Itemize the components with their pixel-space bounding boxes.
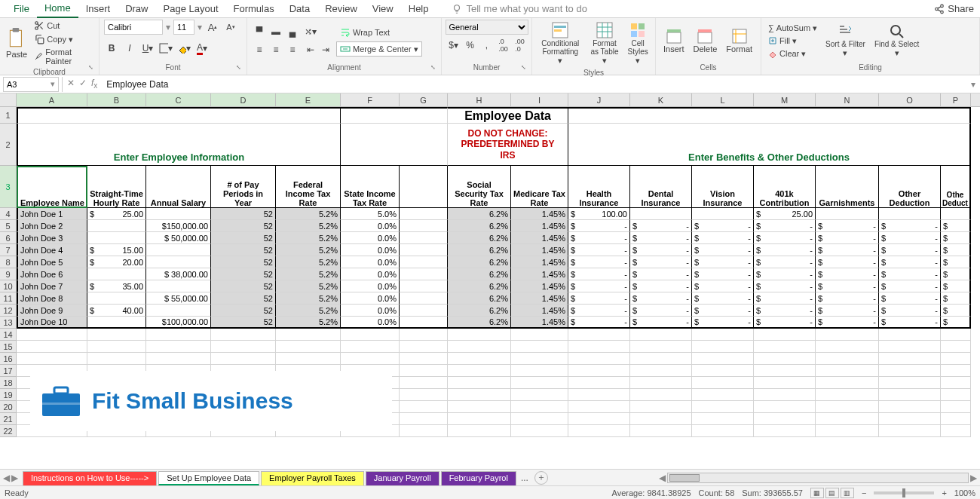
cell[interactable]: $15.00 — [87, 244, 146, 256]
wrap-text-button[interactable]: Wrap Text — [336, 25, 422, 40]
cell[interactable] — [568, 365, 630, 377]
expand-formula-bar-icon[interactable]: ▾ — [966, 79, 980, 90]
cell[interactable] — [146, 256, 211, 268]
share-button[interactable]: Share — [934, 3, 974, 14]
cell[interactable]: 0.0% — [341, 305, 400, 317]
cell[interactable] — [146, 280, 211, 292]
normal-view-button[interactable]: ▦ — [810, 488, 824, 498]
cell[interactable] — [879, 208, 941, 220]
new-sheet-button[interactable]: ＋ — [534, 471, 548, 485]
increase-indent-icon[interactable]: ⇥ — [318, 42, 333, 57]
cell[interactable]: $- — [816, 292, 879, 305]
cell[interactable]: $- — [568, 268, 630, 280]
fill-color-button[interactable]: ▾ — [176, 41, 191, 56]
hdr-B[interactable]: Straight-Time Hourly Rate — [87, 166, 146, 208]
cell[interactable] — [754, 413, 816, 425]
cell[interactable]: 5.2% — [276, 280, 341, 292]
hdr-P[interactable]: Othe Deduct — [941, 166, 971, 208]
cell[interactable]: $- — [754, 317, 816, 329]
cell[interactable]: 52 — [211, 220, 276, 232]
hdr-I[interactable]: Medicare Tax Rate — [511, 166, 568, 208]
cell[interactable]: $- — [568, 292, 630, 305]
cell[interactable] — [630, 353, 692, 365]
col-I[interactable]: I — [511, 93, 568, 106]
menu-data[interactable]: Data — [282, 0, 317, 17]
row-22[interactable]: 22 — [0, 425, 17, 437]
row-20[interactable]: 20 — [0, 401, 17, 413]
warn-cell[interactable]: DO NOT CHANGE: PREDETERMINED BY IRS — [448, 124, 568, 166]
cell[interactable]: 52 — [211, 244, 276, 256]
row-11[interactable]: 11 — [0, 292, 17, 305]
col-L[interactable]: L — [692, 93, 754, 106]
zoom-out-button[interactable]: − — [862, 488, 866, 497]
cell[interactable] — [630, 365, 692, 377]
cell[interactable]: $- — [816, 317, 879, 329]
cell[interactable] — [448, 353, 511, 365]
cell[interactable]: 1.45% — [511, 268, 568, 280]
hdr-A[interactable]: Employee Name — [17, 166, 87, 208]
cell[interactable]: $- — [879, 232, 941, 244]
find-select-button[interactable]: Find & Select▾ — [871, 22, 922, 60]
row-16[interactable]: 16 — [0, 353, 17, 365]
section-enter-info[interactable]: Enter Employee Information — [17, 124, 341, 166]
cell[interactable] — [511, 377, 568, 389]
row-9[interactable]: 9 — [0, 268, 17, 280]
cell[interactable]: 5.2% — [276, 220, 341, 232]
row-6[interactable]: 6 — [0, 232, 17, 244]
col-P[interactable]: P — [941, 93, 971, 106]
cell[interactable] — [692, 208, 754, 220]
cell[interactable] — [146, 305, 211, 317]
cell[interactable] — [568, 401, 630, 413]
cell[interactable] — [754, 389, 816, 401]
cell[interactable]: $- — [692, 292, 754, 305]
cell[interactable]: $- — [754, 268, 816, 280]
cell[interactable]: $25.00 — [754, 208, 816, 220]
hdr-G[interactable] — [400, 166, 448, 208]
zoom-in-button[interactable]: + — [942, 488, 946, 497]
menu-formulas[interactable]: Formulas — [226, 0, 282, 17]
menu-view[interactable]: View — [365, 0, 401, 17]
cell[interactable]: $- — [754, 256, 816, 268]
cell[interactable]: $- — [692, 232, 754, 244]
cell[interactable]: 6.2% — [448, 268, 511, 280]
menu-draw[interactable]: Draw — [118, 0, 155, 17]
cell[interactable]: $- — [754, 220, 816, 232]
cell[interactable] — [754, 401, 816, 413]
cell[interactable]: 6.2% — [448, 280, 511, 292]
cell[interactable]: 5.2% — [276, 208, 341, 220]
cell[interactable] — [630, 329, 692, 341]
row-17[interactable]: 17 — [0, 365, 17, 377]
cell[interactable] — [816, 353, 879, 365]
cell[interactable]: John Doe 7 — [17, 280, 87, 292]
cell[interactable] — [692, 401, 754, 413]
cell[interactable]: 0.0% — [341, 256, 400, 268]
enter-formula-icon[interactable]: ✓ — [79, 78, 87, 90]
cell[interactable] — [448, 341, 511, 353]
menu-help[interactable]: Help — [401, 0, 436, 17]
cell[interactable] — [400, 220, 448, 232]
cell[interactable]: 6.2% — [448, 305, 511, 317]
cell[interactable] — [400, 232, 448, 244]
cell[interactable]: $25.00 — [87, 208, 146, 220]
cell[interactable]: 52 — [211, 268, 276, 280]
menu-home[interactable]: Home — [37, 0, 78, 18]
hdr-E[interactable]: Federal Income Tax Rate — [276, 166, 341, 208]
cell[interactable]: $- — [754, 244, 816, 256]
hdr-M[interactable]: 401k Contribution — [754, 166, 816, 208]
cell[interactable] — [630, 413, 692, 425]
cell[interactable]: 6.2% — [448, 317, 511, 329]
cell[interactable] — [448, 425, 511, 437]
row-3[interactable]: 3 — [0, 166, 17, 208]
orientation-button[interactable]: ⤭▾ — [303, 24, 318, 39]
cell[interactable]: $- — [692, 256, 754, 268]
cell[interactable]: 5.2% — [276, 305, 341, 317]
cell[interactable] — [511, 413, 568, 425]
cell[interactable] — [941, 377, 971, 389]
cell[interactable] — [87, 268, 146, 280]
cell[interactable]: $- — [568, 220, 630, 232]
cell[interactable]: $100,000.00 — [146, 317, 211, 329]
tab-next-icon[interactable]: ▶ — [11, 473, 18, 483]
col-N[interactable]: N — [816, 93, 879, 106]
cell[interactable]: 6.2% — [448, 244, 511, 256]
format-as-table-button[interactable]: Format as Table▾ — [587, 20, 623, 67]
